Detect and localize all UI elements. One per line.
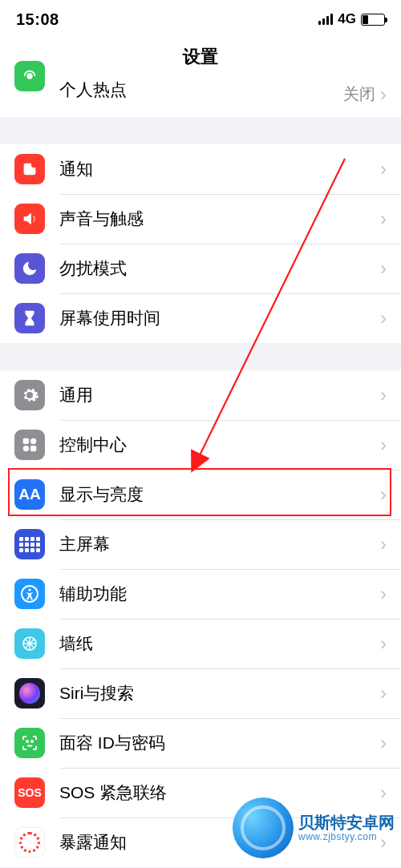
controlcenter-icon bbox=[14, 430, 45, 460]
chevron-right-icon: › bbox=[380, 434, 387, 456]
row-label: Siri与搜索 bbox=[59, 682, 380, 704]
network-label: 4G bbox=[338, 11, 356, 27]
chevron-right-icon: › bbox=[380, 682, 387, 704]
watermark-logo-icon bbox=[233, 797, 294, 858]
svg-point-1 bbox=[31, 162, 37, 168]
row-accessibility[interactable]: 辅助功能 › bbox=[0, 569, 401, 619]
row-label: 屏幕使用时间 bbox=[59, 307, 380, 329]
accessibility-icon bbox=[14, 579, 45, 609]
dnd-icon bbox=[14, 253, 45, 284]
wallpaper-icon bbox=[14, 628, 45, 659]
status-time: 15:08 bbox=[16, 10, 59, 29]
row-label: 面容 ID与密码 bbox=[59, 732, 380, 754]
battery-icon bbox=[361, 14, 385, 26]
chevron-right-icon: › bbox=[380, 483, 387, 506]
row-display[interactable]: AA 显示与亮度 › bbox=[0, 470, 401, 519]
svg-rect-4 bbox=[23, 446, 29, 451]
settings-group-2: 通用 › 控制中心 › AA 显示与亮度 › 主屏幕 › 辅助功能 › 墙纸 › bbox=[0, 370, 401, 867]
svg-point-10 bbox=[26, 741, 28, 742]
signal-icon bbox=[318, 14, 333, 25]
status-right: 4G bbox=[318, 11, 385, 27]
row-faceid[interactable]: 面容 ID与密码 › bbox=[0, 718, 401, 768]
chevron-right-icon: › bbox=[380, 732, 387, 754]
svg-rect-2 bbox=[23, 438, 29, 444]
row-homescreen[interactable]: 主屏幕 › bbox=[0, 519, 401, 569]
general-icon bbox=[14, 380, 45, 410]
chevron-right-icon: › bbox=[380, 307, 387, 329]
chevron-right-icon: › bbox=[380, 83, 387, 106]
row-hotspot[interactable]: 个人热点 关闭 › bbox=[0, 83, 401, 117]
page-title: 设置 bbox=[0, 38, 401, 83]
row-dnd[interactable]: 勿扰模式 › bbox=[0, 244, 401, 293]
watermark-url: www.zjbstyy.com bbox=[298, 832, 395, 843]
sounds-icon bbox=[14, 204, 45, 234]
settings-group-1: 通知 › 声音与触感 › 勿扰模式 › 屏幕使用时间 › bbox=[0, 144, 401, 343]
exposure-icon bbox=[14, 827, 45, 858]
chevron-right-icon: › bbox=[380, 158, 387, 180]
watermark-title: 贝斯特安卓网 bbox=[298, 813, 395, 832]
row-label: 声音与触感 bbox=[59, 208, 380, 230]
settings-group-0: 个人热点 关闭 › bbox=[0, 83, 401, 117]
row-label: 个人热点 bbox=[59, 79, 343, 101]
status-bar: 15:08 4G bbox=[0, 0, 401, 38]
row-notifications[interactable]: 通知 › bbox=[0, 144, 401, 194]
row-label: 勿扰模式 bbox=[59, 257, 380, 280]
chevron-right-icon: › bbox=[380, 257, 387, 280]
row-siri[interactable]: Siri与搜索 › bbox=[0, 668, 401, 718]
row-controlcenter[interactable]: 控制中心 › bbox=[0, 420, 401, 470]
homescreen-icon bbox=[14, 529, 45, 559]
chevron-right-icon: › bbox=[380, 632, 387, 655]
svg-point-11 bbox=[31, 741, 33, 742]
row-sounds[interactable]: 声音与触感 › bbox=[0, 194, 401, 244]
sos-icon: SOS bbox=[14, 777, 45, 808]
notifications-icon bbox=[14, 154, 45, 184]
row-value: 关闭 bbox=[343, 83, 375, 105]
row-wallpaper[interactable]: 墙纸 › bbox=[0, 619, 401, 668]
row-label: 显示与亮度 bbox=[59, 483, 380, 506]
row-general[interactable]: 通用 › bbox=[0, 370, 401, 420]
hotspot-icon bbox=[14, 61, 45, 91]
svg-point-7 bbox=[28, 588, 30, 591]
svg-rect-5 bbox=[30, 446, 36, 451]
row-label: 通用 bbox=[59, 384, 380, 406]
row-label: 通知 bbox=[59, 158, 380, 180]
siri-icon bbox=[14, 678, 45, 709]
watermark: 贝斯特安卓网 www.zjbstyy.com bbox=[233, 797, 395, 858]
svg-rect-3 bbox=[30, 438, 36, 444]
row-screentime[interactable]: 屏幕使用时间 › bbox=[0, 293, 401, 343]
chevron-right-icon: › bbox=[380, 208, 387, 230]
row-label: 辅助功能 bbox=[59, 583, 380, 605]
row-label: 主屏幕 bbox=[59, 533, 380, 555]
display-icon: AA bbox=[14, 479, 45, 510]
chevron-right-icon: › bbox=[380, 583, 387, 605]
faceid-icon bbox=[14, 728, 45, 758]
screentime-icon bbox=[14, 303, 45, 333]
chevron-right-icon: › bbox=[380, 384, 387, 406]
row-label: 墙纸 bbox=[59, 632, 380, 655]
chevron-right-icon: › bbox=[380, 533, 387, 555]
row-label: 控制中心 bbox=[59, 434, 380, 456]
